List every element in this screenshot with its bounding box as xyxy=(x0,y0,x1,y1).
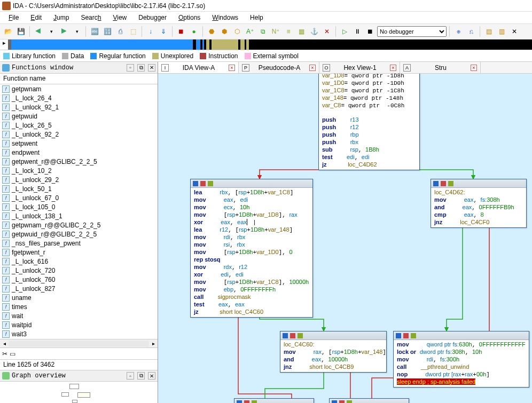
dbg-run-button[interactable]: ▷ xyxy=(339,26,350,37)
stop-button[interactable]: ⏹ xyxy=(175,26,187,37)
graph-node-partial-1[interactable] xyxy=(234,398,314,403)
copy-button[interactable]: ▭ xyxy=(10,350,15,358)
function-row[interactable]: f_nss_files_parse_pwent xyxy=(0,239,158,248)
menu-edit[interactable]: Edit xyxy=(25,13,47,22)
jump-down2-icon[interactable]: ⇓ xyxy=(158,26,169,37)
dbg-pause-button[interactable]: ⏸ xyxy=(351,26,363,37)
function-row[interactable]: f_L_unlock_67_0 xyxy=(0,193,158,202)
dbg-stop-button[interactable]: ⏹ xyxy=(364,26,376,37)
bp-button[interactable]: ⎈ xyxy=(452,26,464,37)
tab-close-button[interactable]: × xyxy=(229,65,235,71)
binary-search-button[interactable]: 🔢 xyxy=(101,26,113,37)
function-row[interactable]: f_L_lock_26_5 xyxy=(0,121,158,130)
dropdown-back[interactable]: ▾ xyxy=(45,26,57,37)
graph-node-bottom-right[interactable]: mov qword ptr fs:630h, 0FFFFFFFFFFFF loc… xyxy=(393,331,529,388)
struct-marker-icon[interactable]: ▦ xyxy=(295,26,307,37)
tab-close-button[interactable]: × xyxy=(309,65,316,71)
dropdown-fwd[interactable]: ▾ xyxy=(71,26,83,37)
function-row[interactable]: fwait3 xyxy=(0,329,158,338)
function-row[interactable]: fendpwent xyxy=(0,148,158,157)
nav-colorbar[interactable]: ▸ xyxy=(0,39,532,50)
menu-search[interactable]: Search xyxy=(75,13,106,22)
menu-windows[interactable]: Windows xyxy=(207,13,244,22)
function-row[interactable]: f_L_unlock_92_2 xyxy=(0,130,158,139)
tab-pseudocode-a[interactable]: PPseudocode-A× xyxy=(239,62,319,73)
ascii-marker-icon[interactable]: ⬡ xyxy=(231,26,243,37)
graph-overview-canvas[interactable] xyxy=(0,382,158,403)
graph-minimize-button[interactable]: ▫ xyxy=(127,372,134,380)
menu-debugger[interactable]: Debugger xyxy=(133,13,172,22)
jump-down-icon[interactable]: ↓ xyxy=(145,26,157,37)
function-row[interactable]: f_L_unlock_92_1 xyxy=(0,102,158,112)
graph-restore-button[interactable]: ⧉ xyxy=(137,372,145,380)
graph-node-bottom-left[interactable]: loc_C4C60: mov rax, [rsp+1D8h+var_148] a… xyxy=(280,331,387,373)
immediate-button[interactable]: ⬚ xyxy=(127,26,139,37)
open-button[interactable]: 📂 xyxy=(2,26,14,37)
function-row[interactable]: funame xyxy=(0,293,158,302)
graph-node-partial-2[interactable] xyxy=(329,398,409,403)
scroll-right-icon[interactable]: ▸ xyxy=(149,341,158,346)
graph-node-entry[interactable]: var_1D8= qword ptr -1D8h var_1D0= qword … xyxy=(318,74,420,170)
function-row[interactable]: fwait xyxy=(0,311,158,320)
functions-hscrollbar[interactable]: ◂ ▸ xyxy=(0,339,158,347)
menu-file[interactable]: File xyxy=(3,13,24,22)
delete-button[interactable]: ✕ xyxy=(321,26,333,37)
function-row[interactable]: f_L_lock_105_0 xyxy=(0,202,158,211)
panel-restore-button[interactable]: ⧉ xyxy=(137,64,145,72)
functions-column-header[interactable]: Function name xyxy=(0,74,158,84)
data-marker-icon[interactable]: ⬢ xyxy=(218,26,230,37)
graph-node-right[interactable]: loc_C4D62: mov eax, fs:308h and eax, 0FF… xyxy=(431,179,527,228)
function-row[interactable]: fgetpwuid xyxy=(0,112,158,121)
function-row[interactable]: fgetpwuid_r@@GLIBC_2_2_5 xyxy=(0,230,158,239)
panel-minimize-button[interactable]: ▫ xyxy=(127,64,134,72)
bp-list-button[interactable]: ⎌ xyxy=(465,26,477,37)
code-marker-icon[interactable]: ⬣ xyxy=(206,26,217,37)
menu-help[interactable]: Help xyxy=(245,13,269,22)
function-row[interactable]: f_L_unlock_138_1 xyxy=(0,211,158,220)
run-button[interactable]: ● xyxy=(188,26,200,37)
function-row[interactable]: fgetpwnam xyxy=(0,84,158,93)
tab-ida-view-a[interactable]: IIDA View-A× xyxy=(158,62,239,73)
sequence-button[interactable]: ⎙ xyxy=(114,26,126,37)
menu-jump[interactable]: Jump xyxy=(48,13,74,22)
back-button[interactable]: ⯇ xyxy=(33,26,44,37)
panel-close-button[interactable]: ✕ xyxy=(148,64,155,72)
tab-hex-view-1[interactable]: OHex View-1× xyxy=(319,62,400,73)
function-row[interactable]: fwaitpid xyxy=(0,320,158,329)
function-row[interactable]: fgetpwnam_r@@GLIBC_2_2_5 xyxy=(0,220,158,230)
function-row[interactable]: f_L_lock_50_1 xyxy=(0,184,158,193)
function-row[interactable]: f_L_unlock_720 xyxy=(0,266,158,275)
save-button[interactable]: 💾 xyxy=(15,26,27,37)
functions-list[interactable]: fgetpwnamf_L_lock_26_4f_L_unlock_92_1fge… xyxy=(0,84,158,338)
function-row[interactable]: f_L_unlock_827 xyxy=(0,284,158,293)
array-marker-icon[interactable]: A⁺ xyxy=(244,26,256,37)
graph-close-button[interactable]: ✕ xyxy=(148,372,155,380)
win2-button[interactable]: ▥ xyxy=(496,26,507,37)
text-search-button[interactable]: 🔤 xyxy=(89,26,100,37)
function-row[interactable]: f_L_unlock_760 xyxy=(0,275,158,284)
name-marker-icon[interactable]: N⁺ xyxy=(270,26,281,37)
function-row[interactable]: f_L_unlock_29_2 xyxy=(0,175,158,184)
function-row[interactable]: fgetpwent_r@@GLIBC_2_2_5 xyxy=(0,157,158,166)
function-row[interactable]: ftimes xyxy=(0,302,158,311)
colorbar-left-arrow[interactable]: ▸ xyxy=(0,39,8,50)
function-row[interactable]: fsetpwent xyxy=(0,139,158,148)
close-tb-button[interactable]: ✕ xyxy=(508,26,520,37)
tab-stru[interactable]: AStru× xyxy=(400,62,481,73)
menu-options[interactable]: Options xyxy=(173,13,206,22)
function-row[interactable]: ffgetpwent_r xyxy=(0,248,158,257)
scroll-left-icon[interactable]: ◂ xyxy=(0,341,9,346)
func-marker-icon[interactable]: ≡ xyxy=(283,26,294,37)
function-row[interactable]: f_L_lock_10_2 xyxy=(0,166,158,175)
anchor-icon[interactable]: ⚓ xyxy=(308,26,320,37)
function-row[interactable]: f_L_lock_26_4 xyxy=(0,93,158,102)
cut-button[interactable]: ✂ xyxy=(2,350,7,358)
graph-node-left[interactable]: lea rbx, [rsp+1D8h+var_1C8] mov eax, edi… xyxy=(190,179,313,318)
tab-close-button[interactable]: × xyxy=(390,65,396,71)
forward-button[interactable]: ⯈ xyxy=(58,26,70,37)
win1-button[interactable]: ▤ xyxy=(483,26,495,37)
tab-close-button[interactable]: × xyxy=(471,65,477,71)
menu-view[interactable]: View xyxy=(107,13,132,22)
debugger-select[interactable]: No debugger xyxy=(377,26,447,37)
function-row[interactable]: f_L_lock_616 xyxy=(0,257,158,266)
